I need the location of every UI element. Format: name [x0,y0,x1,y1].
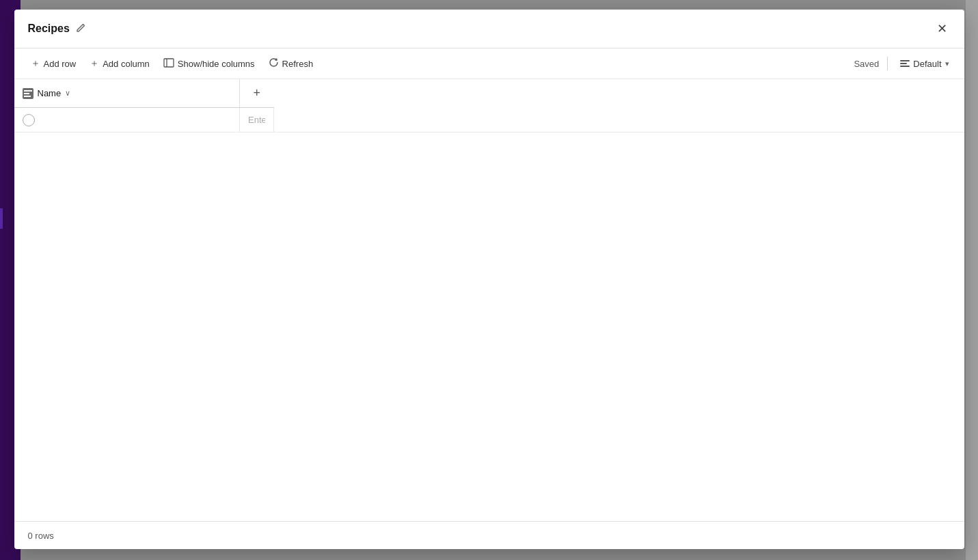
refresh-icon [269,57,279,70]
svg-rect-4 [24,96,31,97]
svg-rect-3 [24,93,29,94]
default-label: Default [913,59,941,69]
name-input[interactable] [240,108,273,132]
svg-rect-2 [24,90,32,92]
saved-label: Saved [854,59,879,69]
toolbar-separator [887,57,888,70]
table-header-row: Name ∨ + [14,79,964,108]
empty-add-cell [274,108,964,132]
add-column-button[interactable]: ＋ Add column [84,54,155,73]
show-hide-icon [163,58,174,70]
chevron-down-icon: ▾ [945,59,949,68]
toolbar: ＋ Add row ＋ Add column Show/hide columns [14,48,964,79]
column-type-icon [23,88,33,99]
edit-icon[interactable] [75,23,86,36]
plus-icon: + [253,86,260,100]
add-row-button[interactable]: ＋ Add row [25,54,82,73]
default-view-button[interactable]: Default ▾ [896,56,953,72]
column-name-label: Name [38,88,62,98]
data-table: Name ∨ + [14,79,964,132]
svg-rect-0 [164,59,174,67]
add-row-icon: ＋ [31,57,40,70]
toolbar-right: Saved Default ▾ [854,56,953,72]
show-hide-columns-button[interactable]: Show/hide columns [158,55,260,73]
modal-header: Recipes ✕ [14,10,964,48]
column-sort-icon: ∨ [65,89,70,98]
refresh-button[interactable]: Refresh [263,54,319,73]
add-column-icon: ＋ [90,57,99,70]
refresh-label: Refresh [282,59,314,69]
modal-overlay: Recipes ✕ ＋ Add row ＋ Add column [0,0,978,560]
modal-container: Recipes ✕ ＋ Add row ＋ Add column [14,10,964,549]
close-icon: ✕ [937,21,947,36]
column-header-name[interactable]: Name ∨ [14,79,240,108]
add-column-label: Add column [103,59,150,69]
table-row [14,108,964,132]
add-row-label: Add row [44,59,77,69]
modal-footer: 0 rows [14,521,964,549]
table-container: Name ∨ + [14,79,964,521]
show-hide-label: Show/hide columns [178,59,255,69]
list-view-icon [900,60,910,67]
modal-title: Recipes [28,23,70,35]
close-button[interactable]: ✕ [932,18,953,40]
add-column-header[interactable]: + [240,79,274,108]
name-input-cell[interactable] [240,108,274,132]
row-count-label: 0 rows [28,531,54,541]
row-selector-cell [14,108,240,132]
row-checkbox[interactable] [23,114,35,126]
add-column-header-button[interactable]: + [240,79,274,107]
